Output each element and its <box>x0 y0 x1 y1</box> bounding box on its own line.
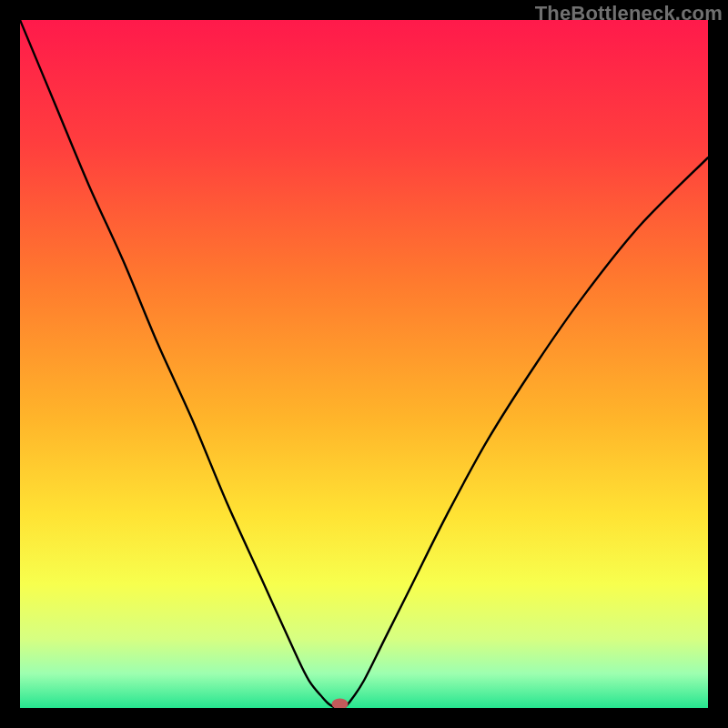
chart-gradient-bg <box>20 20 708 708</box>
chart-plot-area <box>20 20 708 708</box>
chart-svg <box>20 20 708 708</box>
